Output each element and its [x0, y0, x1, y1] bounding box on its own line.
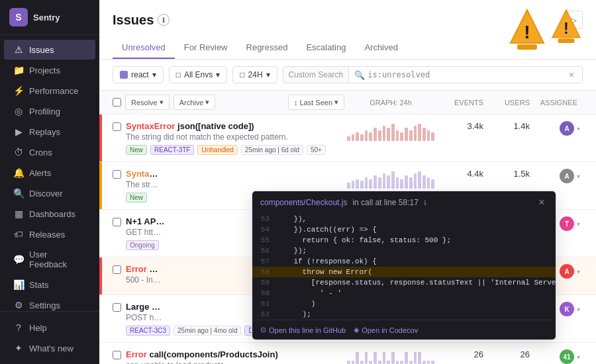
sidebar-item-dashboards[interactable]: ▦Dashboards	[4, 204, 95, 224]
react-label: react	[131, 70, 149, 79]
graph-bar	[365, 352, 368, 364]
graph-bar	[360, 134, 364, 141]
time-icon: □	[240, 70, 244, 79]
react-dot	[120, 71, 128, 79]
sidebar-item-issues[interactable]: ⚠Issues	[4, 40, 95, 60]
issue-select-checkbox[interactable]	[113, 170, 121, 179]
severity-bar	[99, 257, 102, 295]
issue-select-checkbox[interactable]	[113, 218, 121, 226]
code-popup: components/Checkout.js in call at line 5…	[252, 191, 556, 340]
page-title: Issues ℹ	[113, 13, 170, 28]
error-type: Synta	[126, 169, 149, 179]
sidebar: S Sentry ⚠Issues📁Projects⚡Performance◎Pr…	[0, 0, 99, 364]
issue-select-checkbox[interactable]	[113, 265, 121, 274]
graph-bar	[378, 177, 381, 189]
graph-bar	[405, 175, 408, 189]
close-popup-button[interactable]: ×	[536, 197, 548, 208]
whats-new-icon: ✦	[13, 343, 24, 353]
envs-label: All Envs	[184, 70, 213, 79]
archive-button[interactable]: Archive ▾	[174, 95, 216, 110]
graph-bar	[360, 181, 364, 189]
error-type: Error	[126, 349, 147, 359]
line-code: [response.status, response.statusText ||…	[276, 279, 556, 287]
code-file-link[interactable]: components/Checkout.js	[260, 198, 347, 207]
issue-title: SyntaxError json([native code])	[126, 121, 344, 131]
line-number: 56	[252, 247, 276, 255]
issue-select-checkbox[interactable]	[113, 303, 121, 312]
tab-for-review[interactable]: For Review	[175, 37, 237, 59]
issue-events-count: 26	[437, 349, 483, 359]
sidebar-item-discover[interactable]: 🔍Discover	[4, 183, 95, 203]
issue-row[interactable]: SyntaxError json([native code])The strin…	[99, 114, 596, 162]
line-code: if (!response.ok) {	[276, 257, 377, 265]
table-header: Resolve ▾ Archive ▾ ↕ Last Seen ▾ GRAPH:…	[99, 91, 596, 114]
logo-mark: S	[9, 8, 28, 26]
sidebar-item-performance[interactable]: ⚡Performance	[4, 81, 95, 101]
graph-bar	[387, 361, 390, 364]
svg-rect-5	[558, 38, 575, 43]
sidebar-item-projects[interactable]: 📁Projects	[4, 60, 95, 80]
sidebar-item-settings[interactable]: ⚙Settings	[4, 295, 95, 311]
sidebar-item-replays[interactable]: ▶Replays	[4, 122, 95, 142]
graph-bar	[383, 126, 386, 141]
tab-regressed[interactable]: Regressed	[237, 37, 297, 59]
line-code: throw new Error(	[276, 268, 372, 276]
info-icon[interactable]: ℹ	[158, 14, 170, 26]
sidebar-item-crons[interactable]: ⏱Crons	[4, 142, 95, 162]
issue-tag: 25min ago | 6d old	[241, 145, 303, 155]
graph-bar	[427, 130, 430, 141]
tab-escalating[interactable]: Escalating	[297, 37, 355, 59]
envs-filter[interactable]: □ All Envs ▾	[169, 66, 228, 83]
projects-icon: 📁	[13, 65, 24, 75]
issue-assignee[interactable]: 41▾	[530, 349, 583, 364]
graph-bar	[409, 361, 413, 364]
graph-bar	[405, 128, 408, 141]
react-filter[interactable]: react ▾	[113, 66, 164, 83]
sidebar-item-alerts[interactable]: 🔔Alerts	[4, 163, 95, 183]
toolbar: react ▾ □ All Envs ▾ □ 24H ▾ Custom Sear…	[99, 60, 596, 91]
sidebar-item-stats[interactable]: 📊Stats	[4, 275, 95, 295]
sidebar-item-whats-new[interactable]: ✦What's new	[4, 338, 95, 358]
github-link[interactable]: ⊙ Open this line in GitHub	[260, 326, 346, 334]
sort-button[interactable]: ↕ Last Seen ▾	[288, 95, 344, 110]
issue-assignee[interactable]: A▾	[530, 169, 583, 183]
issue-assignee[interactable]: A▾	[530, 121, 583, 136]
sidebar-item-releases[interactable]: 🏷Releases	[4, 224, 95, 244]
time-filter[interactable]: □ 24H ▾	[232, 66, 277, 83]
graph-bar	[383, 352, 386, 364]
tab-archived[interactable]: Archived	[355, 37, 407, 59]
code-call-info: in call at line 58:17	[352, 198, 418, 207]
error-rest: …	[149, 169, 158, 179]
graph-bar	[373, 175, 377, 189]
codecov-link[interactable]: ◈ Open in Codecov	[354, 326, 418, 334]
select-all-checkbox[interactable]	[113, 98, 121, 107]
graph-bar	[391, 171, 395, 189]
avatar: A	[560, 169, 574, 183]
sort-chevron: ▾	[334, 98, 338, 107]
graph-bar	[418, 352, 421, 364]
search-input-area[interactable]: 🔍 is:unresolved ×	[348, 66, 583, 83]
resolve-button[interactable]: Resolve ▾	[125, 95, 170, 110]
line-code: }),	[276, 215, 307, 223]
graph-bar	[427, 361, 430, 364]
graph-bar	[400, 132, 403, 141]
search-query: is:unresolved	[368, 70, 430, 79]
issue-tag: REACT-3C3	[126, 326, 170, 336]
error-rest: …	[147, 264, 158, 274]
issue-tag: New	[126, 193, 147, 203]
archive-chevron: ▾	[205, 98, 209, 107]
search-clear-button[interactable]: ×	[566, 69, 577, 80]
sidebar-label-help: Help	[29, 323, 47, 333]
github-icon: ⊙	[260, 326, 266, 334]
issue-select-checkbox[interactable]	[113, 351, 121, 359]
sidebar-item-profiling[interactable]: ◎Profiling	[4, 101, 95, 121]
issue-main-content: Error call(components/ProductsJoin)app u…	[126, 349, 344, 364]
tab-unresolved[interactable]: Unresolved	[113, 37, 175, 59]
issue-select-checkbox[interactable]	[113, 122, 121, 131]
sidebar-item-help[interactable]: ?Help	[4, 318, 95, 338]
avatar: 41	[560, 349, 574, 364]
sidebar-item-user-feedback[interactable]: 💬User Feedback	[4, 245, 95, 274]
issue-row[interactable]: Error call(components/ProductsJoin)app u…	[99, 343, 596, 364]
graph-bar	[396, 361, 399, 364]
severity-bar	[99, 295, 102, 342]
